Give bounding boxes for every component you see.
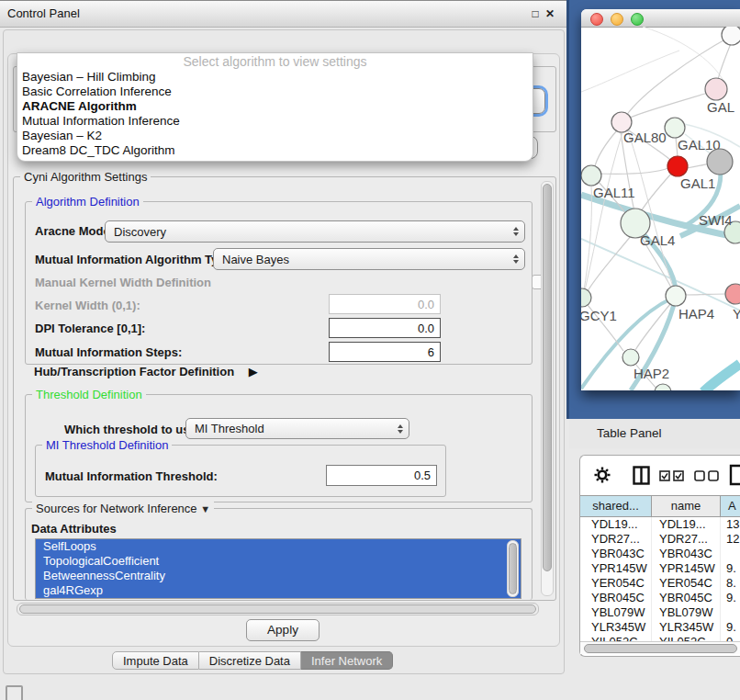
- network-node[interactable]: [707, 149, 733, 175]
- table-cell: YPR145W: [580, 561, 652, 576]
- split-columns-icon[interactable]: [633, 466, 650, 485]
- network-node-y[interactable]: [725, 284, 740, 304]
- tab-impute-data[interactable]: Impute Data: [112, 651, 199, 670]
- network-canvas[interactable]: GALGAL80GAL10GAL1GAL11GAL4SWI4GCY1HAP4YH…: [581, 27, 740, 390]
- close-traffic-light-icon[interactable]: [590, 13, 603, 26]
- data-attributes-list[interactable]: SelfLoopsTopologicalCoefficientBetweenne…: [35, 538, 521, 599]
- document-icon[interactable]: [729, 464, 740, 486]
- hub-expand-icon[interactable]: ▶: [249, 365, 258, 378]
- table-row[interactable]: YDL19...YDL19...13: [580, 517, 740, 532]
- network-node-gal[interactable]: [705, 78, 727, 100]
- attribute-item[interactable]: gal4RGexp: [36, 583, 521, 598]
- stepper-icon: [398, 424, 403, 434]
- control-panel-title: Control Panel: [7, 6, 80, 20]
- kernel-width-field[interactable]: 0.0: [329, 294, 441, 314]
- stepper-icon: [513, 254, 519, 264]
- algorithm-popup: Select algorithm to view settings Bayesi…: [17, 52, 533, 162]
- maximize-icon[interactable]: □: [529, 7, 542, 20]
- table-header-row: shared...nameA: [580, 495, 740, 517]
- attribute-item[interactable]: SelfLoops: [36, 539, 521, 554]
- sources-collapse-icon[interactable]: ▼: [200, 503, 210, 514]
- settings-hscrollbar-thumb[interactable]: [19, 604, 536, 614]
- checked-boxes-icon[interactable]: [659, 470, 684, 481]
- sources-title-row[interactable]: Sources for Network Inference ▼: [32, 502, 214, 515]
- table-row[interactable]: YPR145WYPR145W9.: [580, 561, 740, 576]
- table-row[interactable]: YLR345WYLR345W9.: [580, 620, 740, 635]
- gear-icon[interactable]: [594, 467, 611, 483]
- table-row[interactable]: YBL079WYBL079W: [580, 605, 740, 620]
- dpi-tolerance-field[interactable]: 0.0: [329, 318, 441, 338]
- which-threshold-value: MI Threshold: [195, 422, 264, 435]
- unchecked-boxes-icon[interactable]: [694, 470, 719, 481]
- network-node-gal11[interactable]: [581, 165, 601, 186]
- which-threshold-label: Which threshold to use:: [64, 423, 200, 436]
- network-node-gcy1[interactable]: [581, 288, 591, 307]
- network-node[interactable]: [722, 27, 740, 45]
- algorithm-definition-title: Algorithm Definition: [32, 195, 143, 209]
- algorithm-option[interactable]: Mutual Information Inference: [17, 114, 533, 129]
- algorithm-option[interactable]: Dream8 DC_TDC Algorithm: [17, 143, 533, 158]
- settings-hscrollbar[interactable]: [17, 603, 539, 615]
- aracne-mode-select[interactable]: Discovery: [105, 220, 525, 243]
- table-panel-title: Table Panel: [597, 426, 662, 440]
- node-label: GCY1: [581, 308, 617, 323]
- network-node[interactable]: [655, 384, 671, 390]
- panel-dock-icon[interactable]: [6, 685, 23, 700]
- table-cell: YBL079W: [652, 605, 721, 620]
- table-row[interactable]: YIL052CYIL052C0.: [580, 635, 740, 641]
- table-hscrollbar-thumb[interactable]: [584, 644, 737, 653]
- network-node-gal1[interactable]: [667, 156, 688, 176]
- application-window: Control Panel □ ✕ NetworkStyleSelectCyni…: [0, 0, 740, 700]
- mi-steps-field[interactable]: 6: [329, 342, 441, 362]
- column-header-name[interactable]: name: [652, 496, 721, 516]
- settings-scrollbar[interactable]: [541, 181, 554, 596]
- attribute-item[interactable]: BetweennessCentrality: [36, 569, 521, 583]
- table-hscrollbar[interactable]: [580, 641, 740, 654]
- algorithm-option[interactable]: Bayesian – K2: [17, 129, 533, 143]
- tab-discretize-data[interactable]: Discretize Data: [199, 651, 301, 670]
- attributes-scrollbar-thumb[interactable]: [509, 543, 517, 594]
- control-panel-titlebar: Control Panel □ ✕: [0, 0, 566, 28]
- network-node-gal10[interactable]: [665, 118, 685, 138]
- network-node-hap2[interactable]: [622, 349, 639, 366]
- table-cell: YER054C: [652, 576, 721, 591]
- settings-scrollbar-thumb[interactable]: [543, 184, 552, 571]
- table-row[interactable]: YER054CYER054C8.: [580, 576, 740, 591]
- table-cell: YBR043C: [652, 547, 721, 561]
- data-attributes-label: Data Attributes: [31, 522, 117, 536]
- zoom-traffic-light-icon[interactable]: [631, 13, 644, 26]
- aracne-mode-value: Discovery: [114, 225, 166, 239]
- column-header-a[interactable]: A: [721, 496, 740, 516]
- table-cell: 0.: [721, 635, 740, 641]
- mi-threshold-field[interactable]: 0.5: [326, 465, 437, 486]
- table-row[interactable]: YDR27...YDR27...12: [580, 532, 740, 547]
- column-header-shared[interactable]: shared...: [580, 496, 652, 516]
- table-row[interactable]: YBR043CYBR043C: [580, 547, 740, 561]
- algorithm-option[interactable]: ARACNE Algorithm: [17, 99, 533, 114]
- tab-infer-network[interactable]: Infer Network: [301, 651, 393, 670]
- close-icon[interactable]: ✕: [544, 7, 556, 20]
- mi-threshold-group-title: MI Threshold Definition: [42, 438, 172, 452]
- table-body: YDL19...YDL19...13YDR27...YDR27...12YBR0…: [580, 517, 740, 641]
- table-cell: [721, 605, 740, 620]
- mi-type-select[interactable]: Naive Bayes: [213, 248, 525, 270]
- network-window-titlebar[interactable]: [581, 9, 740, 28]
- hub-definition-toggle[interactable]: Hub/Transcription Factor Definition ▶: [34, 365, 258, 378]
- apply-button[interactable]: Apply: [246, 619, 320, 641]
- cyni-algorithm-settings-group: Cyni Algorithm Settings Algorithm Defini…: [13, 176, 556, 601]
- table-cell: 12: [721, 532, 740, 547]
- table-row[interactable]: YBR045CYBR045C9.: [580, 591, 740, 605]
- mi-threshold-label: Mutual Information Threshold:: [45, 469, 218, 483]
- algorithm-option[interactable]: Basic Correlation Inference: [17, 85, 533, 99]
- which-threshold-select[interactable]: MI Threshold: [185, 418, 409, 439]
- minimize-traffic-light-icon[interactable]: [611, 13, 623, 26]
- network-node-hap4[interactable]: [666, 286, 686, 306]
- node-label: SWI4: [699, 212, 733, 228]
- algorithm-option[interactable]: Bayesian – Hill Climbing: [17, 70, 533, 85]
- mi-threshold-group: MI Threshold Definition Mutual Informati…: [35, 445, 446, 497]
- cyni-settings-title: Cyni Algorithm Settings: [20, 170, 151, 184]
- table-cell: YBL079W: [580, 605, 652, 620]
- attribute-item[interactable]: TopologicalCoefficient: [36, 554, 521, 569]
- attributes-scrollbar[interactable]: [507, 540, 519, 597]
- table-cell: YBR045C: [580, 591, 652, 605]
